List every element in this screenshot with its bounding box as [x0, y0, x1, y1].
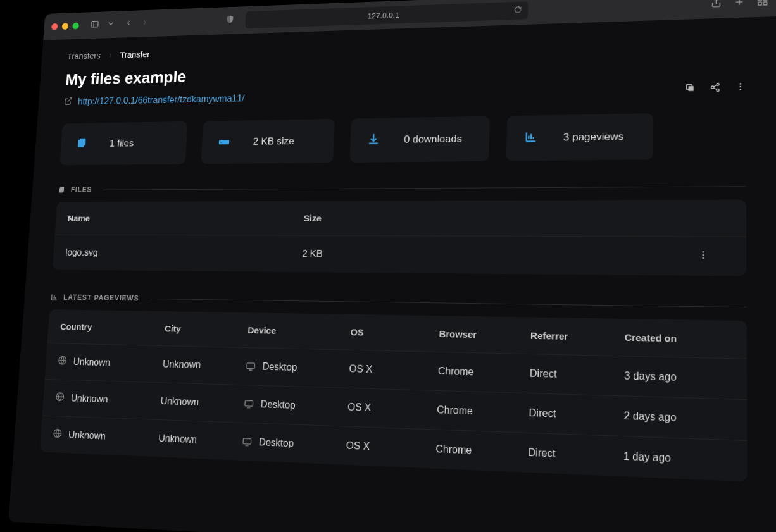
- pv-city: Unknown: [163, 359, 246, 372]
- pv-browser: Chrome: [437, 404, 529, 419]
- pv-device: Desktop: [246, 361, 349, 374]
- browser-window: 127.0.0.1 Transfers Transfer My files ex…: [8, 0, 776, 532]
- col-os: OS: [351, 326, 439, 338]
- svg-point-12: [717, 83, 719, 85]
- pv-device: Desktop: [242, 436, 346, 451]
- col-browser: Browser: [439, 328, 531, 341]
- pv-created: 2 days ago: [623, 410, 732, 425]
- address-bar[interactable]: 127.0.0.1: [245, 1, 528, 28]
- back-button[interactable]: [125, 19, 133, 29]
- share-icon[interactable]: [711, 0, 722, 10]
- stat-downloads-text: 0 downloads: [404, 133, 462, 145]
- col-referrer: Referrer: [530, 330, 625, 343]
- sidebar-toggle-icon[interactable]: [90, 20, 99, 31]
- files-section-header: FILES: [58, 182, 746, 194]
- svg-rect-41: [247, 363, 255, 369]
- svg-rect-22: [219, 140, 230, 144]
- stats-row: 1 files 2 KB size 0 downloads 3 pageview…: [59, 112, 746, 166]
- chevron-right-icon: [107, 52, 114, 59]
- chevron-down-icon[interactable]: [106, 19, 116, 30]
- svg-point-13: [711, 86, 714, 89]
- reload-button[interactable]: [514, 6, 522, 15]
- window-controls: [51, 23, 79, 30]
- svg-rect-21: [78, 140, 84, 147]
- files-table-header: Name Size: [55, 200, 746, 237]
- file-name: logo.svg: [65, 247, 303, 259]
- files-section-icon: [58, 186, 66, 194]
- forward-button[interactable]: [141, 18, 149, 28]
- external-link-icon: [64, 96, 73, 108]
- pageviews-section-icon: [50, 293, 58, 301]
- col-country: Country: [60, 321, 165, 333]
- stat-size-text: 2 KB size: [253, 135, 294, 147]
- col-created: Created on: [625, 331, 732, 345]
- stat-files-text: 1 files: [109, 138, 134, 150]
- pv-country: Unknown: [53, 428, 159, 445]
- share-url-link[interactable]: http://127.0.0.1/66transfer/tzdkamywma11…: [78, 93, 245, 107]
- copy-link-button[interactable]: [685, 83, 696, 96]
- pageviews-section-header: LATEST PAGEVIEWS: [50, 293, 746, 311]
- col-name: Name: [68, 213, 304, 223]
- svg-rect-49: [243, 438, 251, 444]
- tabs-overview-icon[interactable]: [757, 0, 768, 9]
- pv-referrer: Direct: [530, 368, 625, 381]
- pv-browser: Chrome: [435, 443, 528, 459]
- pv-os: OS X: [349, 363, 438, 376]
- svg-rect-0: [91, 21, 98, 27]
- stat-pageviews-text: 3 pageviews: [563, 130, 624, 144]
- svg-point-18: [739, 86, 741, 88]
- stat-pageviews: 3 pageviews: [506, 113, 654, 161]
- new-tab-icon[interactable]: [734, 0, 745, 9]
- pv-device: Desktop: [244, 399, 347, 413]
- breadcrumb-current: Transfer: [120, 49, 150, 59]
- pv-created: 1 day ago: [623, 450, 732, 467]
- file-more-button[interactable]: [698, 250, 731, 263]
- maximize-window-button[interactable]: [72, 23, 79, 30]
- svg-point-31: [702, 251, 704, 253]
- pv-city: Unknown: [160, 396, 244, 410]
- svg-point-19: [740, 89, 742, 90]
- storage-icon: [218, 135, 231, 150]
- svg-rect-10: [689, 86, 694, 91]
- svg-point-14: [717, 89, 719, 91]
- share-button[interactable]: [710, 82, 721, 95]
- svg-rect-7: [758, 2, 761, 5]
- url-display: 127.0.0.1: [367, 10, 399, 20]
- svg-rect-30: [59, 188, 63, 192]
- svg-line-16: [714, 85, 717, 87]
- svg-line-34: [51, 294, 52, 300]
- pv-os: OS X: [347, 402, 437, 416]
- files-icon: [75, 137, 88, 152]
- svg-line-15: [714, 88, 717, 90]
- more-options-button[interactable]: [735, 82, 746, 94]
- pv-os: OS X: [346, 440, 436, 455]
- svg-point-17: [739, 83, 741, 85]
- pv-referrer: Direct: [529, 407, 623, 422]
- close-window-button[interactable]: [51, 23, 58, 30]
- svg-point-33: [702, 257, 704, 259]
- pageviews-table: Country City Device OS Browser Referrer …: [40, 309, 748, 481]
- files-table: Name Size logo.svg 2 KB: [53, 200, 747, 276]
- stat-size: 2 KB size: [201, 119, 335, 164]
- page-content: Transfers Transfer My files example http…: [8, 16, 776, 532]
- stat-files: 1 files: [59, 121, 187, 166]
- col-device: Device: [247, 325, 351, 337]
- svg-point-32: [702, 254, 704, 256]
- file-row[interactable]: logo.svg 2 KB: [53, 235, 747, 276]
- pv-country: Unknown: [58, 356, 163, 370]
- minimize-window-button[interactable]: [62, 23, 69, 30]
- col-city: City: [165, 323, 248, 335]
- pv-referrer: Direct: [528, 447, 623, 462]
- pv-created: 3 days ago: [624, 370, 732, 385]
- svg-rect-8: [763, 1, 767, 4]
- breadcrumb-root[interactable]: Transfers: [67, 51, 101, 61]
- pv-city: Unknown: [158, 433, 242, 447]
- svg-rect-45: [245, 400, 253, 406]
- chart-icon: [524, 130, 538, 146]
- file-size: 2 KB: [302, 249, 698, 263]
- svg-line-9: [68, 97, 72, 102]
- pv-country: Unknown: [55, 392, 161, 407]
- col-size: Size: [304, 213, 698, 223]
- shield-icon[interactable]: [225, 15, 235, 26]
- download-icon: [366, 132, 380, 148]
